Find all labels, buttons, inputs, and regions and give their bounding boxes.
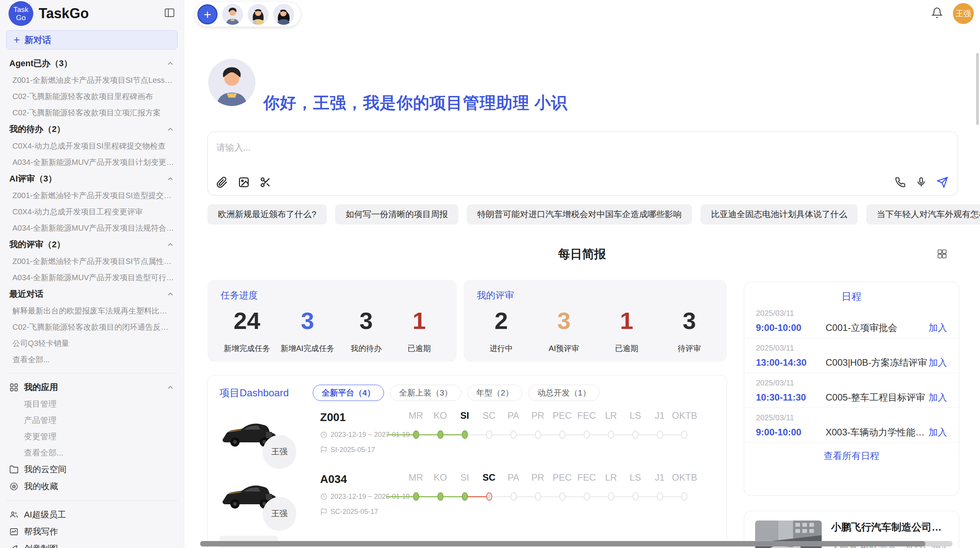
- tab-year-model[interactable]: 年型（2）: [468, 385, 523, 401]
- sidebar-item-change-mgmt[interactable]: 变更管理: [0, 428, 184, 445]
- attachment-icon[interactable]: [216, 176, 228, 188]
- milestone-label: LR: [599, 410, 623, 421]
- image-icon[interactable]: [238, 176, 250, 188]
- agent-avatar-1[interactable]: [222, 4, 243, 25]
- tab-new-platform[interactable]: 全新平台（4）: [313, 385, 384, 401]
- list-item[interactable]: A034-全新新能源MUV产品开发项目造型可行性评审: [0, 269, 184, 286]
- vertical-scrollbar[interactable]: [976, 53, 979, 125]
- suggestion-chip[interactable]: 如何写一份清晰的项目周报: [335, 204, 458, 224]
- view-all-schedule-link[interactable]: 查看所有日程: [744, 443, 959, 469]
- suggestion-chip[interactable]: 欧洲新规最近颁布了什么?: [207, 204, 327, 224]
- event-date: 2025/03/11: [756, 344, 947, 353]
- milestone-dot: [584, 492, 590, 501]
- phone-icon[interactable]: [895, 177, 906, 188]
- section-my-review[interactable]: 我的评审（2）: [0, 236, 184, 253]
- chevron-up-icon[interactable]: [166, 383, 175, 392]
- stat-label: 已逾期: [615, 343, 638, 354]
- list-item[interactable]: A034-全新新能源MUV产品开发项目计划变更表编写: [0, 154, 184, 170]
- schedule-card: 日程 2025/03/11 9:00-10:00 C001-立项审批会 加入 2…: [744, 282, 959, 495]
- stat-label: 已逾期: [408, 343, 431, 354]
- tab-new-body[interactable]: 全新上装（3）: [390, 385, 461, 401]
- notification-bell-icon[interactable]: [931, 7, 943, 20]
- stat-label: 进行中: [490, 343, 513, 354]
- my-apps-row: 我的应用: [9, 382, 58, 393]
- sidebar-item-product-mgmt[interactable]: 产品管理: [0, 412, 184, 428]
- milestone: OKTB: [672, 472, 696, 511]
- sidebar-item-favorites[interactable]: 我的收藏: [0, 478, 184, 495]
- stat-pending-review: 3待评审: [668, 307, 711, 354]
- user-avatar[interactable]: 王强: [953, 3, 974, 24]
- layout-grid-icon[interactable]: [937, 248, 947, 261]
- new-chat-button[interactable]: + 新对话: [6, 30, 178, 50]
- milestone: LS: [623, 410, 648, 449]
- milestone-dot: [486, 430, 492, 439]
- list-item[interactable]: Z001-全新燃油轻卡产品开发项目SI节点属性5D文件评审: [0, 253, 184, 269]
- stat-ai-prereview: 3AI预评审: [543, 307, 585, 354]
- list-item[interactable]: Z001-全新燃油皮卡产品开发项目SI节点Lesson Learn报告: [0, 72, 184, 88]
- join-link[interactable]: 加入: [929, 322, 947, 334]
- microphone-icon[interactable]: [916, 177, 927, 188]
- news-title: 小鹏飞行汽车制造公司增资: [831, 521, 948, 534]
- logo-text-bottom: Go: [16, 14, 26, 22]
- list-item[interactable]: 解释最新出台的欧盟报废车法规再生塑料比例被调至15%...: [0, 303, 184, 319]
- suggestion-chip[interactable]: 比亚迪全固态电池计划具体说了什么: [701, 204, 858, 224]
- scissors-icon[interactable]: [260, 176, 271, 188]
- chat-input[interactable]: [216, 138, 949, 157]
- sidebar-item-cloud-space[interactable]: 我的云空间: [0, 461, 184, 478]
- sidebar-item-ai-employee[interactable]: AI超级员工: [0, 506, 184, 523]
- sidebar-collapse-icon[interactable]: [164, 7, 175, 20]
- suggestion-chip[interactable]: 当下年轻人对汽车外观有怎样的喜好趋势: [866, 204, 980, 224]
- milestone: PR: [526, 472, 550, 511]
- project-row[interactable]: 王强 Z001 2023-12-19 ~ 2027-01-19 SI-2025-…: [208, 405, 726, 467]
- chevron-up-icon[interactable]: [166, 175, 175, 183]
- chevron-up-icon[interactable]: [166, 290, 175, 298]
- section-my-apps[interactable]: 我的应用: [0, 379, 184, 396]
- join-link[interactable]: 加入: [929, 391, 947, 404]
- list-item[interactable]: C02-飞腾新能源轻客改款项目的闭环通告反馈情况: [0, 319, 184, 335]
- assistant-avatar: [208, 59, 255, 106]
- agent-avatar-3[interactable]: [273, 4, 294, 25]
- dashboard-title: 项目Dashboard: [219, 386, 289, 400]
- milestone-label: LR: [599, 472, 623, 483]
- section-my-todo[interactable]: 我的待办（2）: [0, 121, 184, 138]
- view-all-link[interactable]: 查看全部...: [0, 445, 184, 461]
- section-recent-chats[interactable]: 最近对话: [0, 286, 184, 303]
- sidebar-item-help-write[interactable]: 帮我写作: [0, 523, 184, 540]
- list-item[interactable]: 公司Q3轻卡销量: [0, 335, 184, 351]
- section-agent-done[interactable]: Agent已办（3）: [0, 55, 184, 72]
- chevron-up-icon[interactable]: [166, 240, 175, 249]
- add-agent-button[interactable]: +: [197, 4, 218, 24]
- agent-avatar-2[interactable]: [248, 4, 269, 25]
- list-item[interactable]: C0X4-动力总成开发项目SI里程碑提交物检查: [0, 138, 184, 154]
- stats-row: 2进行中 3AI预评审 1已逾期 3待评审: [477, 307, 714, 354]
- horizontal-scrollbar[interactable]: [200, 541, 925, 546]
- milestone: KO: [428, 472, 452, 511]
- pen-icon: [9, 544, 19, 548]
- list-item[interactable]: Z001-全新燃油轻卡产品开发项目SI造型提交物评审: [0, 187, 184, 204]
- input-left-toolbar: [216, 176, 271, 188]
- send-icon[interactable]: [937, 176, 948, 188]
- list-item[interactable]: C02-飞腾新能源轻客改款项目立项汇报方案: [0, 104, 184, 121]
- milestone-label: FEC: [574, 410, 599, 421]
- join-link[interactable]: 加入: [929, 426, 947, 438]
- chevron-up-icon[interactable]: [166, 125, 175, 134]
- chevron-up-icon[interactable]: [166, 59, 175, 68]
- horizontal-scrollbar-track[interactable]: [200, 541, 953, 546]
- sidebar-item-creative-draw[interactable]: 创意制图: [0, 540, 184, 548]
- event-row: 9:00-10:00 X003-车辆动力学性能验... 加入: [756, 426, 947, 438]
- list-item[interactable]: C0X4-动力总成开发项目工程变更评审: [0, 204, 184, 220]
- section-ai-review[interactable]: AI评审（3）: [0, 170, 184, 187]
- suggestion-chip[interactable]: 特朗普可能对进口汽车增税会对中国车企造成哪些影响: [467, 204, 692, 224]
- join-link[interactable]: 加入: [929, 356, 947, 369]
- tab-powertrain[interactable]: 动总开发（1）: [528, 385, 600, 401]
- milestone-label: OKTB: [672, 472, 696, 483]
- divider: [6, 500, 178, 501]
- project-row[interactable]: 王强 A034 2023-12-19 ~ 2026-01-19 SC-2025-…: [208, 467, 726, 529]
- milestone-label: J1: [648, 410, 672, 421]
- sidebar-item-project-mgmt[interactable]: 项目管理: [0, 396, 184, 412]
- list-item[interactable]: C02-飞腾新能源轻客改款项目里程碑画布: [0, 88, 184, 104]
- milestone-dot: [559, 430, 565, 439]
- view-all-link[interactable]: 查看全部...: [0, 351, 184, 368]
- milestone-label: PR: [526, 410, 550, 421]
- list-item[interactable]: A034-全新新能源MUV产品开发项目法规符合性评审: [0, 220, 184, 236]
